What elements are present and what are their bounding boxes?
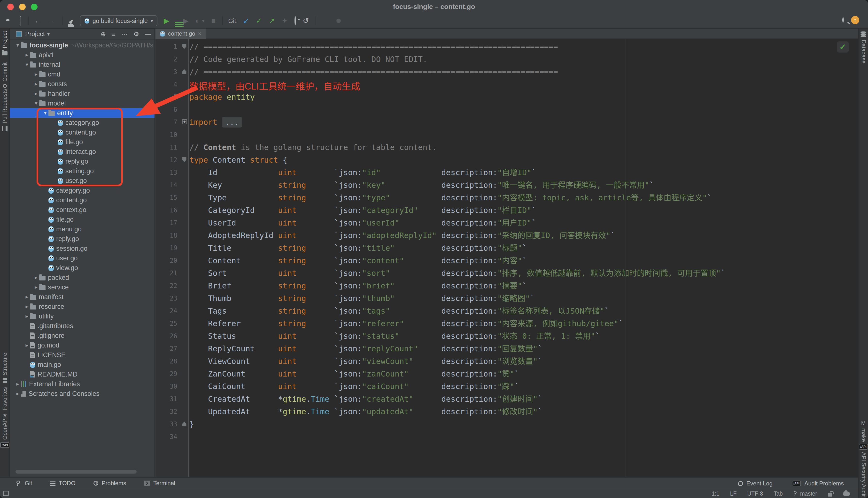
toolwindow-button-git[interactable]: Git — [15, 480, 32, 487]
tool-window-switcher-icon[interactable] — [3, 491, 9, 496]
tree-item-scratches-and-consoles[interactable]: ▸Scratches and Consoles — [10, 389, 154, 398]
code-line[interactable]: Id uint `json:"id" description:"自增ID"` — [189, 166, 858, 179]
toolwindow-button-problems[interactable]: Problems — [93, 480, 126, 487]
stop-button[interactable]: ■ — [211, 17, 216, 24]
line-number[interactable]: 19 — [155, 242, 189, 254]
line-number[interactable]: 24 — [155, 305, 189, 317]
tree-item-reply-go[interactable]: reply.go — [10, 234, 154, 244]
update-notification-icon[interactable]: ↑ — [851, 16, 859, 24]
tree-item-apiv1[interactable]: ▸apiv1 — [10, 50, 154, 60]
code-line[interactable]: } — [189, 418, 858, 431]
line-number[interactable]: 23 — [155, 292, 189, 305]
caret-position[interactable]: 1:1 — [712, 490, 719, 497]
code-line[interactable] — [189, 103, 858, 116]
collapse-all-icon[interactable]: ⋯ — [122, 30, 128, 38]
tool-stripe-commit[interactable]: Commit — [0, 63, 10, 88]
chevron-expanded-icon[interactable]: ▾ — [14, 42, 21, 48]
code-line[interactable]: UserId uint `json:"userId" description:"… — [189, 217, 858, 229]
line-number[interactable]: 20 — [155, 254, 189, 267]
line-number[interactable]: 22 — [155, 279, 189, 292]
tree-item-internal[interactable]: ▾internal — [10, 60, 154, 69]
chevron-expanded-icon[interactable]: ▾ — [33, 100, 39, 106]
line-number[interactable]: 2 — [155, 53, 189, 66]
code-line[interactable]: Referer string `json:"referer" descripti… — [189, 317, 858, 330]
line-number[interactable]: 15 — [155, 192, 189, 204]
fold-marker-icon[interactable] — [182, 157, 187, 162]
tree-item-setting-go[interactable]: setting.go — [10, 166, 154, 176]
line-number[interactable]: 27 — [155, 342, 189, 355]
chevron-collapsed-icon[interactable]: ▸ — [24, 294, 30, 300]
file-encoding[interactable]: UTF-8 — [747, 490, 763, 497]
tab-content-go[interactable]: content.go × — [155, 28, 206, 39]
tree-item-go-mod[interactable]: ▸go.mod — [10, 340, 154, 350]
line-number[interactable]: 7 — [155, 116, 189, 129]
tree-item-service[interactable]: ▸service — [10, 283, 154, 292]
run-configuration-select[interactable]: go build focus-single ▾ — [80, 15, 157, 26]
toolwindow-button-event-log[interactable]: Event Log — [738, 480, 773, 487]
line-number[interactable]: 17 — [155, 217, 189, 229]
forward-icon[interactable]: → — [48, 17, 55, 24]
line-number[interactable]: 11 — [155, 141, 189, 154]
tree-item-category-go[interactable]: category.go — [10, 186, 154, 195]
tree-item-readme-md[interactable]: README.MD — [10, 369, 154, 379]
line-number[interactable]: 1 — [155, 40, 189, 53]
line-number[interactable]: 5 — [155, 91, 189, 103]
git-commit-icon[interactable]: ✓ — [256, 17, 262, 24]
tree-item-session-go[interactable]: session.go — [10, 244, 154, 253]
line-number[interactable]: 18 — [155, 229, 189, 242]
chevron-collapsed-icon[interactable]: ▸ — [33, 91, 39, 97]
tree-item-content-go[interactable]: content.go — [10, 195, 154, 205]
code-line[interactable]: // =====================================… — [189, 66, 858, 78]
line-number[interactable]: 30 — [155, 380, 189, 393]
code-line[interactable]: type Content struct { — [189, 154, 858, 166]
chevron-collapsed-icon[interactable]: ▸ — [24, 342, 30, 349]
chevron-collapsed-icon[interactable]: ▸ — [14, 381, 21, 387]
code-line[interactable]: // Code generated by GoFrame CLI tool. D… — [189, 53, 858, 66]
chevron-collapsed-icon[interactable]: ▸ — [24, 313, 30, 319]
tree-item-category-go[interactable]: category.go — [10, 118, 154, 128]
toolwindow-button-todo[interactable]: TODO — [50, 480, 76, 487]
git-branch-widget[interactable]: master — [793, 490, 817, 497]
git-rollback-icon[interactable]: ↺ — [303, 17, 309, 24]
code-line[interactable]: Content string `json:"content" descripti… — [189, 254, 858, 267]
code-line[interactable]: // Content is the golang structure for t… — [189, 141, 858, 154]
git-push-icon[interactable]: ↗ — [269, 17, 275, 24]
fold-marker-icon[interactable] — [182, 69, 187, 74]
line-number[interactable]: 10 — [155, 129, 189, 141]
line-number[interactable]: 32 — [155, 405, 189, 418]
search-everywhere-icon[interactable] — [842, 18, 844, 22]
toolwindow-button-audit-problems[interactable]: /APIAudit Problems — [792, 480, 844, 487]
tree-item-license[interactable]: LICENSE — [10, 350, 154, 360]
fold-marker-icon[interactable] — [182, 421, 187, 427]
horizontal-scrollbar[interactable] — [15, 470, 137, 474]
code-line[interactable]: Key string `json:"key" description:"唯一键名… — [189, 179, 858, 192]
line-number[interactable]: 4 — [155, 78, 189, 91]
line-number[interactable]: 25 — [155, 317, 189, 330]
run-coverage-icon[interactable]: ▶ — [183, 17, 189, 24]
line-number[interactable]: 34 — [155, 431, 189, 443]
chevron-collapsed-icon[interactable]: ▸ — [33, 284, 39, 290]
tool-stripe-favorites[interactable]: Favorites★ — [0, 387, 10, 418]
back-icon[interactable]: ← — [34, 17, 41, 24]
tool-stripe-pull-requests[interactable]: Pull Requests — [0, 89, 10, 131]
tree-item-context-go[interactable]: context.go — [10, 205, 154, 215]
inspections-ok-icon[interactable]: ✓ — [837, 41, 848, 53]
run-button[interactable]: ▶ — [164, 17, 169, 24]
tree-item-handler[interactable]: ▸handler — [10, 89, 154, 99]
tree-item-resource[interactable]: ▸resource — [10, 302, 154, 312]
chevron-collapsed-icon[interactable]: ▸ — [33, 71, 39, 77]
toolwindow-button-terminal[interactable]: Terminal — [144, 480, 175, 487]
line-number[interactable]: 31 — [155, 393, 189, 405]
code-line[interactable] — [189, 431, 858, 443]
code-line[interactable]: Sort uint `json:"sort" description:"排序, … — [189, 267, 858, 279]
tree-item-entity[interactable]: ▾entity — [10, 108, 154, 118]
tree-item-menu-go[interactable]: menu.go — [10, 224, 154, 234]
profiler-dropdown-icon[interactable]: ▾ — [202, 17, 204, 24]
sync-icon[interactable] — [20, 17, 21, 24]
chevron-down-icon[interactable]: ▾ — [47, 31, 50, 37]
code-line[interactable]: ViewCount uint `json:"viewCount" descrip… — [189, 355, 858, 368]
tool-stripe-make[interactable]: Mmake — [858, 421, 868, 442]
close-tab-icon[interactable]: × — [198, 30, 202, 37]
tree-item-file-go[interactable]: file.go — [10, 137, 154, 147]
editor-body[interactable]: 1234567101112131415161718192021222324252… — [155, 39, 858, 477]
